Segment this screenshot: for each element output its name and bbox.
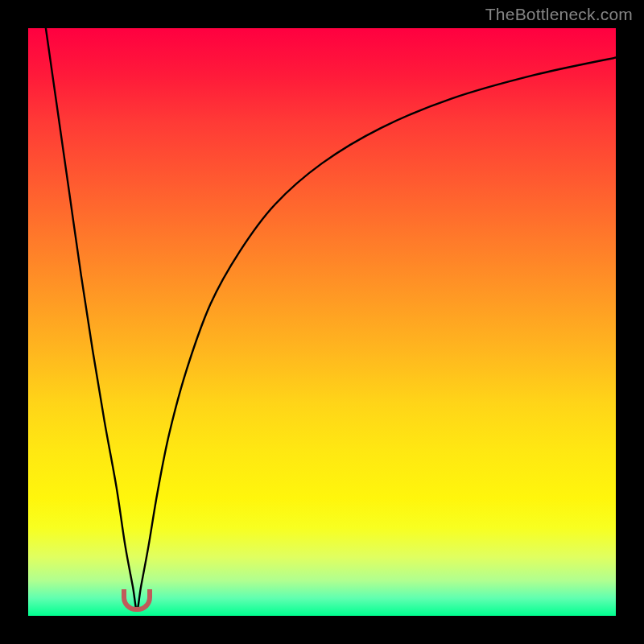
watermark-text: TheBottleneck.com [485,5,633,24]
bottleneck-curve [28,28,616,616]
plot-area [28,28,616,616]
chart-frame: TheBottleneck.com [0,0,644,644]
